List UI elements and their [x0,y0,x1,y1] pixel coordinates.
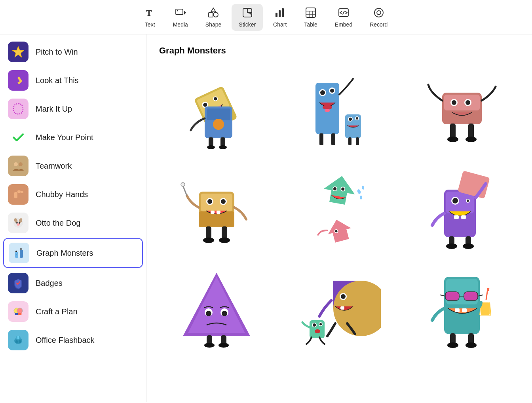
sidebar-item-mark-it-up[interactable]: Mark It Up [0,95,146,123]
toolbar-item-embed[interactable]: Embed [328,4,359,31]
sidebar-label-look-at-this: Look at This [36,76,79,85]
sticker-cell-2[interactable] [282,67,397,154]
sticker-cell-3[interactable] [405,67,519,154]
sidebar-icon-craft-a-plan [8,301,28,322]
svg-marker-20 [12,46,24,57]
svg-point-139 [313,323,316,327]
svg-rect-150 [455,308,460,312]
svg-point-158 [447,342,458,348]
sidebar-icon-teamwork [8,156,28,176]
svg-point-95 [181,182,185,186]
sidebar-item-look-at-this[interactable]: Look at This [0,66,146,95]
content-title: Graph Monsters [159,46,519,56]
svg-point-135 [341,294,346,299]
toolbar-item-record[interactable]: Record [363,4,395,31]
sidebar-item-craft-a-plan[interactable]: Craft a Plan [0,297,146,326]
sidebar-item-graph-monsters[interactable]: Graph Monsters [3,238,143,268]
sidebar: Pitch to Win Look at This Mark It Up [0,34,146,402]
sticker-cell-5[interactable] [282,162,397,253]
sidebar-icon-look-at-this [8,70,28,91]
svg-point-21 [14,162,18,166]
record-icon [373,7,384,20]
svg-point-56 [207,145,215,149]
svg-point-19 [377,11,381,15]
toolbar-item-media[interactable]: Media [166,4,195,31]
sticker-img-2 [286,71,393,150]
sticker-cell-9[interactable] [405,261,519,352]
sticker-icon [242,7,253,20]
svg-rect-23 [14,192,17,198]
sidebar-label-pitch-to-win: Pitch to Win [36,48,78,57]
svg-point-61 [320,90,325,95]
toolbar-item-shape[interactable]: Shape [198,4,228,31]
sticker-cell-8[interactable] [282,261,397,352]
toolbar-item-sticker[interactable]: Sticker [232,4,263,31]
sidebar-item-badges[interactable]: Badges [0,269,146,297]
svg-point-142 [315,329,320,333]
sticker-cell-6[interactable] [405,162,519,253]
svg-line-17 [343,11,344,14]
svg-rect-86 [201,194,232,211]
svg-rect-73 [348,137,352,145]
svg-point-72 [356,117,358,120]
svg-rect-112 [446,192,474,213]
sticker-img-4 [163,168,270,247]
chart-icon [274,7,285,20]
sidebar-label-chubby-hands: Chubby Hands [36,190,88,199]
svg-point-132 [204,343,215,348]
svg-rect-155 [486,288,489,291]
svg-point-129 [222,311,227,316]
sidebar-item-otto-the-dog[interactable]: Otto the Dog [0,209,146,237]
svg-point-80 [466,100,470,105]
sticker-cell-7[interactable] [159,261,274,352]
svg-rect-1 [176,9,183,15]
sticker-img-9 [408,265,515,348]
svg-point-5 [213,12,218,17]
toolbar-item-text[interactable]: T Text [137,4,163,31]
sticker-grid [159,67,519,352]
toolbar-item-table[interactable]: Table [297,4,324,31]
sticker-cell-1[interactable] [159,67,274,154]
svg-point-107 [360,196,362,200]
sidebar-icon-office-flashback [8,330,28,350]
svg-point-106 [361,186,365,190]
sidebar-icon-otto-the-dog [8,213,28,233]
svg-point-58 [213,119,224,130]
svg-point-159 [466,342,477,348]
svg-point-116 [467,200,469,202]
svg-point-122 [446,243,457,249]
toolbar-item-chart[interactable]: Chart [266,4,294,31]
svg-text:T: T [146,8,152,18]
svg-rect-67 [331,133,335,145]
media-icon [175,7,186,20]
sticker-cell-4[interactable] [159,162,274,253]
svg-rect-11 [306,8,315,17]
svg-rect-66 [319,133,323,145]
sidebar-item-make-your-point[interactable]: Make Your Point [0,123,146,152]
svg-point-114 [452,198,458,203]
sidebar-label-mark-it-up: Mark It Up [36,105,72,114]
sidebar-item-chubby-hands[interactable]: Chubby Hands [0,180,146,209]
content-area: Graph Monsters [146,34,532,402]
embed-icon [338,7,349,20]
svg-rect-9 [279,10,281,17]
svg-point-65 [325,109,330,112]
svg-point-57 [219,145,227,149]
sidebar-item-pitch-to-win[interactable]: Pitch to Win [0,38,146,66]
sidebar-icon-badges [8,273,28,293]
svg-marker-6 [211,8,216,12]
sidebar-item-teamwork[interactable]: Teamwork [0,152,146,180]
sidebar-icon-make-your-point [8,127,28,148]
toolbar-label-embed: Embed [335,21,352,28]
sidebar-icon-graph-monsters [9,243,29,263]
sidebar-icon-pitch-to-win [8,42,28,62]
svg-rect-117 [454,215,459,219]
svg-line-94 [183,186,187,196]
sidebar-item-office-flashback[interactable]: Office Flashback [0,326,146,354]
svg-point-63 [330,89,334,93]
sticker-img-8 [286,265,393,348]
svg-marker-100 [321,173,357,206]
svg-rect-33 [20,250,23,258]
text-icon: T [144,7,156,20]
svg-marker-2 [184,10,186,15]
